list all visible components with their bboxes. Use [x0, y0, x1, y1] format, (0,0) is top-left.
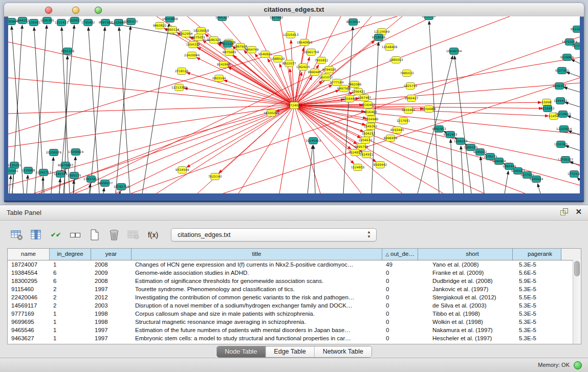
- network-node-yellow[interactable]: 22420046: [184, 52, 200, 59]
- network-node-yellow[interactable]: 9554980: [365, 116, 379, 123]
- table-row[interactable]: 969969511998Structural magnetic resonanc…: [8, 318, 581, 326]
- network-node-yellow[interactable]: 2718126: [175, 68, 189, 75]
- table-row[interactable]: 977716911998Corpus callosum shape and si…: [8, 310, 581, 318]
- column-header-pagerank[interactable]: pagerank: [513, 249, 561, 260]
- network-node-teal[interactable]: 1505135: [124, 18, 138, 25]
- network-node-teal[interactable]: 9227343: [555, 68, 569, 74]
- network-node-yellow[interactable]: 1217651: [397, 118, 410, 124]
- network-node-teal[interactable]: 1505135: [68, 172, 81, 179]
- network-node-yellow[interactable]: 1604212: [362, 130, 376, 137]
- network-node-yellow[interactable]: 8169442: [374, 162, 387, 168]
- network-node-teal[interactable]: 1605380: [40, 17, 54, 24]
- network-canvas[interactable]: 1872400794638228860124891295418226058927…: [8, 16, 580, 193]
- network-node-teal[interactable]: 1772510: [568, 171, 580, 178]
- network-node-teal[interactable]: 9245024: [530, 176, 543, 183]
- scrollbar-thumb[interactable]: [574, 261, 580, 276]
- network-node-teal[interactable]: 1244415: [554, 98, 568, 104]
- network-node-teal[interactable]: 1145193: [54, 171, 68, 178]
- network-node-yellow[interactable]: 8912954: [179, 31, 193, 37]
- network-node-yellow[interactable]: 9724549: [176, 167, 189, 173]
- network-node-yellow[interactable]: 12325413: [283, 32, 299, 38]
- network-node-yellow[interactable]: 1654338: [186, 41, 200, 48]
- delete-columns-button[interactable]: [105, 227, 123, 243]
- network-node-yellow[interactable]: 9875685: [223, 49, 236, 56]
- column-header-year[interactable]: year: [91, 249, 132, 260]
- tab-network-table[interactable]: Network Table: [315, 346, 372, 357]
- network-node-yellow[interactable]: 9497568: [337, 85, 351, 92]
- float-panel-icon[interactable]: [560, 208, 568, 216]
- network-node-yellow[interactable]: 1060427: [405, 95, 419, 102]
- tab-edge-table[interactable]: Edge Table: [266, 346, 314, 357]
- network-node-yellow[interactable]: 1362615: [296, 64, 310, 71]
- table-row[interactable]: 946362711997Embryonic stem cells: a mode…: [8, 334, 581, 342]
- network-window-titlebar[interactable]: citations_edges.txt: [4, 3, 584, 17]
- column-header-title[interactable]: title: [132, 249, 382, 260]
- table-row[interactable]: 911546021997Tourette syndrome. Phenomeno…: [8, 285, 581, 293]
- network-node-teal[interactable]: 1065327: [215, 16, 229, 21]
- network-node-yellow[interactable]: 7625140: [208, 173, 222, 180]
- network-node-yellow[interactable]: 2204672: [359, 137, 373, 144]
- network-node-teal[interactable]: 8215953: [541, 105, 555, 112]
- network-node-yellow[interactable]: 1549392: [364, 123, 378, 130]
- network-node-teal[interactable]: 857224: [222, 41, 234, 48]
- function-builder-button[interactable]: f(x): [144, 227, 162, 243]
- network-node-teal[interactable]: 20206576: [46, 149, 62, 156]
- table-row[interactable]: 1938455462009Genome-wide association stu…: [8, 269, 581, 277]
- network-node-yellow[interactable]: 6794028: [322, 67, 336, 73]
- network-node-yellow[interactable]: 9193445: [390, 127, 404, 134]
- table-scrollbar[interactable]: [573, 260, 581, 344]
- network-node-teal[interactable]: 1135051: [27, 19, 41, 26]
- network-node-teal[interactable]: 1209358: [553, 83, 567, 90]
- network-node-teal[interactable]: 1210365: [554, 141, 568, 148]
- network-node-teal[interactable]: 16648784: [446, 48, 462, 55]
- network-node-teal[interactable]: 12342757: [36, 169, 52, 176]
- network-node-yellow[interactable]: 12213389: [171, 84, 187, 91]
- network-node-yellow[interactable]: 4816403: [363, 109, 377, 116]
- network-node-teal[interactable]: 1211433: [55, 19, 69, 26]
- network-node-yellow[interactable]: 1124815: [351, 164, 365, 171]
- network-node-yellow[interactable]: 7485033: [400, 70, 414, 77]
- network-node-teal[interactable]: 3915941: [8, 168, 18, 174]
- network-node-yellow[interactable]: 1621072: [319, 74, 333, 81]
- network-node-yellow[interactable]: 9463822: [153, 23, 167, 29]
- network-graph-svg[interactable]: 1872400794638228860124891295418226058927…: [8, 16, 580, 193]
- show-columns-button[interactable]: [28, 227, 45, 243]
- network-node-teal[interactable]: 8131074: [422, 16, 436, 20]
- network-node-yellow[interactable]: 8990445: [308, 69, 322, 76]
- network-node-yellow[interactable]: 1816461: [402, 107, 416, 114]
- network-node-teal[interactable]: 2020657: [68, 17, 82, 24]
- table-row[interactable]: 1872400712008Changes of HCN gene express…: [8, 260, 581, 269]
- network-node-teal[interactable]: 1735992: [81, 19, 95, 26]
- network-node-teal[interactable]: 9277343: [572, 43, 580, 50]
- table-row[interactable]: 2242004622012Investigating the contribut…: [8, 293, 581, 301]
- network-node-yellow[interactable]: 11548408: [382, 44, 398, 51]
- table-mode-button[interactable]: [8, 227, 26, 243]
- memory-status-indicator[interactable]: [574, 361, 582, 369]
- network-node-yellow[interactable]: 18640910: [297, 39, 313, 46]
- deselect-all-columns-button[interactable]: [67, 227, 84, 243]
- close-panel-icon[interactable]: ✕: [575, 208, 582, 216]
- table-source-select[interactable]: citations_edges.txt ▲▼: [171, 228, 377, 242]
- table-row[interactable]: 946554611997Estimation of the future num…: [8, 326, 581, 334]
- network-node-yellow[interactable]: 2485053: [389, 57, 403, 63]
- network-node-yellow[interactable]: 1825755: [404, 83, 418, 90]
- table-row[interactable]: 1456911722003Disruption of a novel membe…: [8, 301, 581, 310]
- network-node-yellow[interactable]: 16961758: [303, 49, 319, 56]
- network-node-yellow[interactable]: 2803144: [212, 75, 226, 82]
- network-node-teal[interactable]: 8813054: [346, 19, 360, 26]
- network-node-teal[interactable]: 9513274: [571, 26, 580, 33]
- column-header-in_degree[interactable]: in_degree: [50, 249, 91, 260]
- network-node-yellow[interactable]: 8454749: [245, 47, 259, 53]
- column-header-short[interactable]: short: [418, 249, 513, 260]
- network-node-yellow[interactable]: 18226058: [193, 28, 209, 34]
- network-node-teal[interactable]: 17359924: [68, 149, 84, 156]
- create-column-button[interactable]: [86, 227, 103, 243]
- network-node-teal[interactable]: 19145451: [306, 138, 321, 144]
- network-node-yellow[interactable]: 2316442: [343, 96, 357, 102]
- network-node-yellow[interactable]: 1624911: [360, 151, 374, 158]
- network-node-yellow[interactable]: 9242848: [217, 61, 231, 68]
- network-node-teal[interactable]: 16958107: [97, 180, 113, 187]
- column-header-out_de[interactable]: △out_de…: [382, 249, 418, 260]
- network-node-yellow[interactable]: 8822037: [282, 60, 296, 67]
- network-node-teal[interactable]: 1527602: [270, 16, 284, 21]
